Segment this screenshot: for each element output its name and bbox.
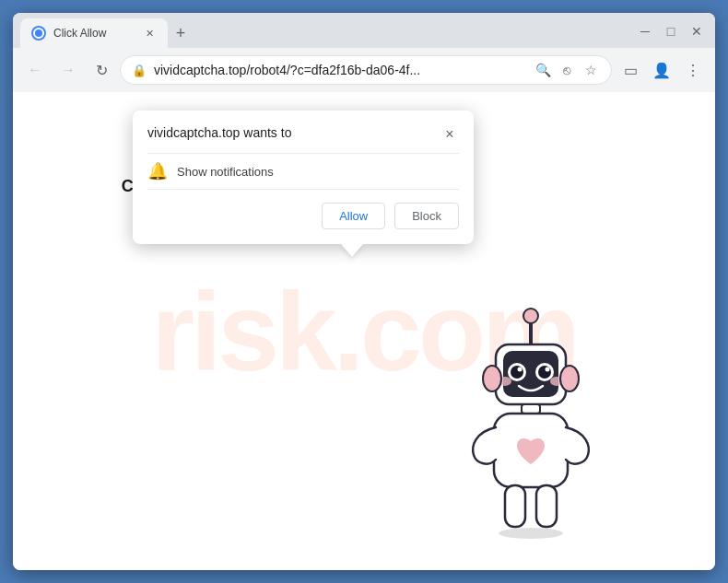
robot-character	[439, 294, 623, 552]
address-bar: ← → ↻ 🔒 vividcaptcha.top/robot4/?c=dfa2f…	[13, 48, 715, 92]
allow-button[interactable]: Allow	[322, 203, 385, 229]
window-controls: ─ □ ✕	[634, 20, 708, 48]
svg-point-18	[499, 528, 563, 539]
back-icon: ←	[28, 62, 42, 78]
svg-rect-16	[505, 485, 525, 527]
svg-point-8	[518, 367, 523, 372]
dialog-title: vividcaptcha.top wants to	[147, 125, 291, 140]
reload-icon: ↻	[96, 62, 108, 79]
url-bar[interactable]: 🔒 vividcaptcha.top/robot4/?c=dfa2f16b-da…	[120, 55, 612, 85]
url-text: vividcaptcha.top/robot4/?c=dfa2f16b-da06…	[154, 63, 526, 77]
tab-close-button[interactable]: ✕	[142, 26, 157, 41]
profile-button[interactable]: 👤	[647, 55, 676, 85]
back-button[interactable]: ←	[20, 55, 50, 85]
window-minimize-button[interactable]: ─	[634, 20, 656, 42]
svg-rect-17	[536, 485, 557, 527]
window-maximize-button[interactable]: □	[660, 20, 682, 42]
toolbar-icons: ▭ 👤 ⋮	[616, 55, 708, 85]
dialog-buttons: Allow Block	[147, 203, 459, 229]
forward-icon: →	[61, 62, 76, 78]
forward-button[interactable]: →	[53, 55, 83, 85]
block-button[interactable]: Block	[394, 203, 459, 229]
svg-point-7	[538, 366, 551, 379]
new-tab-button[interactable]: +	[168, 20, 194, 46]
svg-point-14	[483, 366, 501, 391]
permission-label: Show notifications	[177, 165, 274, 179]
search-icon[interactable]: 🔍	[534, 61, 552, 79]
title-bar: Click Allow ✕ + ─ □ ✕	[13, 13, 715, 48]
share-icon[interactable]: ⎋	[558, 61, 576, 79]
window-close-button[interactable]: ✕	[686, 20, 708, 42]
dialog-header: vividcaptcha.top wants to ×	[147, 125, 459, 144]
notification-dialog: vividcaptcha.top wants to × 🔔 Show notif…	[133, 111, 474, 244]
reload-button[interactable]: ↻	[87, 55, 116, 85]
dialog-tail	[341, 244, 363, 257]
dialog-close-button[interactable]: ×	[440, 125, 459, 144]
url-action-icons: 🔍 ⎋ ☆	[534, 61, 600, 79]
svg-point-1	[523, 309, 538, 323]
tab-favicon-icon	[31, 26, 46, 41]
active-tab[interactable]: Click Allow ✕	[20, 18, 168, 48]
browser-window: Click Allow ✕ + ─ □ ✕ ← → ↻ 🔒 vividcaptc…	[13, 13, 715, 570]
bell-icon: 🔔	[147, 161, 168, 181]
bookmark-icon[interactable]: ☆	[581, 61, 600, 79]
svg-point-15	[560, 366, 579, 391]
svg-point-6	[511, 366, 523, 379]
split-view-button[interactable]: ▭	[616, 55, 645, 85]
lock-icon: 🔒	[132, 64, 147, 77]
svg-rect-12	[522, 404, 540, 414]
page-content: risk.com vividcaptcha.top wants to × 🔔 S…	[13, 92, 715, 570]
svg-point-9	[546, 367, 550, 372]
dialog-permission-row: 🔔 Show notifications	[147, 153, 459, 190]
tab-label: Click Allow	[53, 27, 135, 40]
menu-button[interactable]: ⋮	[678, 55, 708, 85]
